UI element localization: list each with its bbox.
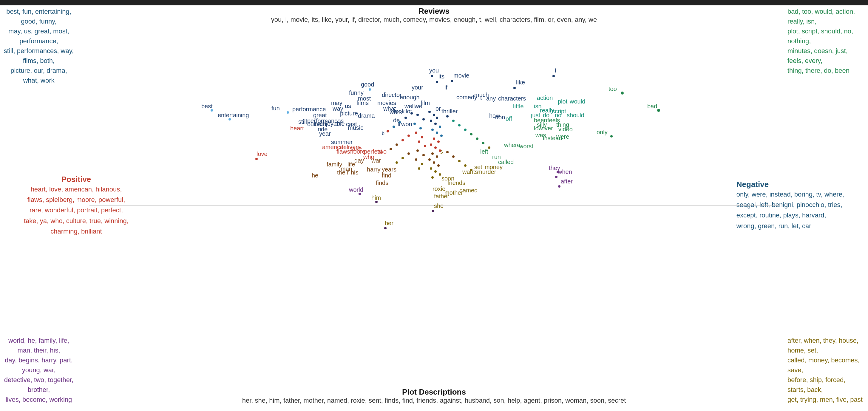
- svg-point-176: [424, 145, 426, 147]
- svg-point-205: [402, 157, 404, 159]
- svg-point-112: [555, 176, 557, 178]
- svg-text:harry: harry: [367, 166, 381, 173]
- svg-point-157: [430, 144, 432, 146]
- svg-point-11: [513, 87, 516, 89]
- svg-text:work: work: [389, 109, 402, 116]
- svg-text:we: we: [414, 103, 422, 109]
- svg-text:like: like: [516, 79, 525, 86]
- svg-text:only: only: [596, 129, 608, 135]
- svg-text:your: your: [412, 84, 423, 91]
- svg-text:two: two: [377, 148, 386, 155]
- svg-point-5: [436, 81, 438, 83]
- svg-text:his: his: [351, 169, 359, 176]
- svg-point-199: [386, 130, 389, 132]
- svg-point-182: [446, 115, 448, 118]
- svg-text:still: still: [298, 118, 307, 125]
- svg-text:father: father: [434, 193, 449, 199]
- svg-text:flaws: flaws: [337, 148, 350, 155]
- svg-text:wants: wants: [462, 168, 478, 175]
- svg-text:would: would: [569, 98, 585, 105]
- svg-point-191: [452, 155, 455, 158]
- svg-text:should: should: [567, 112, 584, 118]
- svg-text:most: most: [358, 95, 371, 102]
- svg-text:family: family: [327, 161, 342, 168]
- svg-point-171: [413, 123, 416, 125]
- svg-text:or: or: [435, 105, 441, 112]
- svg-point-141: [375, 201, 378, 203]
- svg-point-55: [610, 135, 613, 137]
- top-bar: [0, 0, 868, 5]
- svg-point-159: [439, 150, 441, 152]
- svg-point-155: [433, 137, 435, 140]
- svg-point-190: [446, 151, 448, 153]
- svg-text:too: too: [609, 86, 617, 92]
- svg-point-167: [439, 173, 441, 176]
- svg-text:fun: fun: [272, 105, 280, 112]
- svg-point-139: [359, 193, 361, 195]
- svg-point-174: [421, 136, 423, 138]
- svg-text:him: him: [371, 194, 381, 201]
- svg-point-3: [431, 75, 433, 77]
- svg-point-197: [399, 121, 401, 124]
- svg-text:i: i: [555, 67, 556, 74]
- svg-text:bad: bad: [647, 103, 657, 109]
- svg-point-162: [428, 158, 431, 161]
- svg-text:world: world: [349, 186, 363, 193]
- svg-point-148: [436, 117, 438, 119]
- svg-point-164: [437, 164, 440, 167]
- svg-point-166: [434, 170, 437, 173]
- svg-point-161: [436, 155, 438, 158]
- svg-point-173: [415, 131, 417, 134]
- svg-point-195: [410, 112, 413, 115]
- svg-text:where: where: [504, 142, 520, 148]
- corner-bottom-left: world, he, family, life, man, their, his…: [3, 336, 74, 405]
- svg-point-206: [396, 161, 398, 164]
- svg-text:war: war: [371, 157, 381, 164]
- svg-text:entertaining: entertaining: [218, 112, 249, 118]
- svg-point-193: [464, 164, 466, 167]
- svg-text:comedy: comedy: [456, 94, 477, 100]
- svg-point-156: [437, 140, 440, 143]
- svg-text:left: left: [480, 148, 488, 155]
- svg-point-70: [228, 118, 231, 121]
- svg-point-7: [451, 80, 453, 82]
- svg-point-150: [434, 123, 437, 125]
- corner-bottom-right: after, when, they, house, home, set, cal…: [787, 336, 865, 405]
- svg-point-106: [621, 92, 624, 95]
- svg-text:performance: performance: [292, 106, 326, 113]
- svg-point-146: [428, 110, 431, 113]
- svg-point-151: [439, 126, 441, 128]
- svg-text:t: t: [480, 95, 482, 101]
- svg-point-202: [396, 144, 398, 146]
- svg-point-152: [431, 129, 434, 131]
- svg-point-180: [421, 163, 423, 165]
- corner-top-right: bad, too, would, action, really, isn, pl…: [787, 6, 865, 75]
- svg-point-108: [657, 109, 660, 112]
- svg-text:she: she: [434, 202, 443, 209]
- svg-point-189: [488, 147, 490, 149]
- svg-text:plot: plot: [558, 98, 568, 105]
- svg-text:any: any: [486, 95, 496, 102]
- svg-text:drama: drama: [358, 113, 375, 119]
- svg-point-143: [432, 210, 434, 212]
- svg-point-172: [420, 127, 422, 129]
- svg-text:friends: friends: [447, 180, 465, 186]
- svg-point-175: [418, 140, 420, 143]
- svg-point-149: [430, 120, 432, 122]
- svg-text:years: years: [382, 166, 396, 173]
- svg-text:take: take: [350, 145, 362, 152]
- svg-point-194: [470, 169, 472, 171]
- svg-point-98: [255, 158, 258, 160]
- svg-point-203: [390, 148, 392, 150]
- scatter-plot: you its movie i like your if much comedy…: [90, 33, 778, 378]
- svg-point-154: [440, 134, 443, 137]
- svg-point-181: [418, 167, 420, 170]
- svg-text:us: us: [345, 103, 351, 109]
- svg-text:were: were: [556, 133, 569, 140]
- svg-text:worst: worst: [519, 143, 533, 150]
- svg-point-179: [415, 158, 417, 161]
- svg-text:after: after: [561, 178, 573, 185]
- svg-text:enough: enough: [400, 94, 420, 100]
- svg-text:won: won: [401, 121, 412, 127]
- svg-text:best: best: [202, 103, 213, 109]
